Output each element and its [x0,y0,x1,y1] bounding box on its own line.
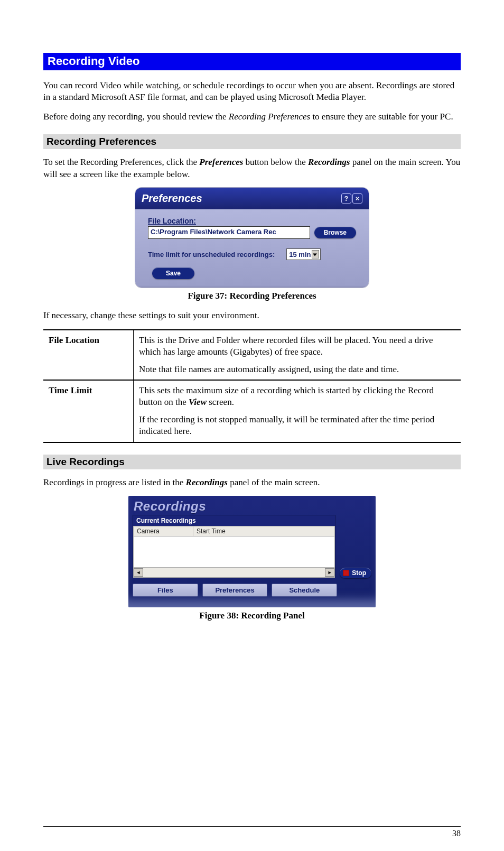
row1-label: File Location [43,330,134,380]
file-location-label: File Location: [148,217,356,225]
live-intro-b: panel of the main screen. [228,477,320,487]
column-camera[interactable]: Camera [134,526,193,536]
prefs-intro-a: To set the Recording Preferences, click … [43,157,199,167]
row2-p2: If the recording is not stopped manually… [139,414,455,438]
intro-paragraph-1: You can record Video while watching, or … [43,80,461,104]
row2-label: Time Limit [43,380,134,442]
live-intro: Recordings in progress are listed in the… [43,477,461,488]
preferences-button[interactable]: Preferences [202,584,268,597]
chevron-down-icon [313,254,317,256]
row1-p2: Note that file names are automatically a… [139,364,455,375]
time-limit-label: Time limit for unscheduled recordings: [148,251,275,258]
prefs-intro-b: button below the [243,157,308,167]
scroll-left-icon[interactable]: ◄ [134,568,143,577]
live-intro-em: Recordings [186,477,228,487]
close-icon[interactable]: × [352,193,362,204]
intro-paragraph-2: Before doing any recording, you should r… [43,111,461,123]
save-button[interactable]: Save [152,267,194,279]
current-recordings-label: Current Recordings [133,515,335,526]
intro-p2-em: Recording Preferences [229,112,310,122]
stop-button[interactable]: Stop [340,568,371,578]
row2-p1: This sets the maximum size of a recordin… [139,385,455,409]
page-number: 38 [452,829,461,838]
figure-37-caption: Figure 37: Recording Preferences [43,291,461,301]
schedule-button[interactable]: Schedule [272,584,337,597]
prefs-outro: If necessary, change these settings to s… [43,310,461,321]
stop-label: Stop [352,569,366,577]
dialog-title: Preferences [142,192,202,205]
heading-main: Recording Video [43,53,461,70]
intro-p2-a: Before doing any recording, you should r… [43,112,229,122]
prefs-intro-em2: Recordings [308,157,350,167]
time-limit-select[interactable]: 15 min [286,248,321,260]
time-limit-value: 15 min [289,251,311,258]
heading-recording-preferences: Recording Preferences [43,134,461,149]
recordings-list: Current Recordings Camera Start Time ◄ ► [133,515,335,578]
figure-38-caption: Figure 38: Recording Panel [43,610,461,621]
recordings-rows [133,536,335,568]
browse-button[interactable]: Browse [314,227,356,238]
heading-live-recordings: Live Recordings [43,455,461,469]
live-intro-a: Recordings in progress are listed in the [43,477,186,487]
prefs-intro-em1: Preferences [199,157,243,167]
prefs-intro: To set the Recording Preferences, click … [43,156,461,180]
scroll-right-icon[interactable]: ► [325,568,334,577]
table-row: File Location This is the Drive and Fold… [43,330,461,380]
stop-icon [343,570,349,576]
recordings-panel: Recordings Current Recordings Camera Sta… [128,496,376,607]
table-row: Time Limit This sets the maximum size of… [43,380,461,442]
row2-p1-b: screen. [207,397,234,407]
files-button[interactable]: Files [133,584,198,597]
row2-p1-em: View [189,397,207,407]
row1-p1: This is the Drive and Folder where recor… [139,335,455,358]
horizontal-scrollbar[interactable]: ◄ ► [133,568,335,578]
column-start-time[interactable]: Start Time [193,526,334,536]
file-location-input[interactable]: C:\Program Files\Network Camera Rec [148,226,310,239]
settings-table: File Location This is the Drive and Fold… [43,329,461,443]
footer-rule [43,826,461,827]
help-icon[interactable]: ? [341,193,351,204]
recordings-title: Recordings [133,499,371,515]
intro-p2-b: to ensure they are suitable for your PC. [310,112,453,122]
preferences-dialog: Preferences ? × File Location: C:\Progra… [135,188,369,288]
row2-p1-a: This sets the maximum size of a recordin… [139,385,434,407]
